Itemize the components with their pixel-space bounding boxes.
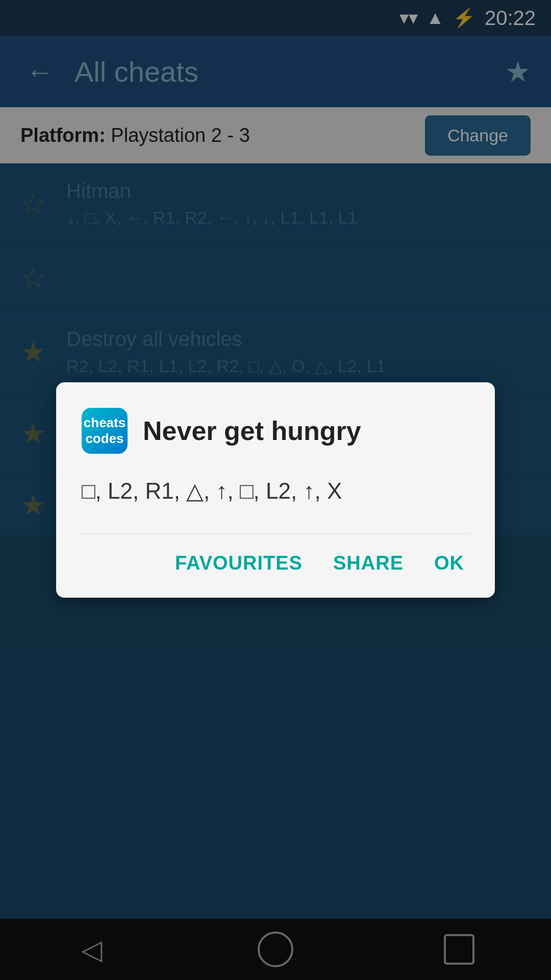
- app-icon-label: cheatscodes: [84, 415, 126, 447]
- app-icon: cheatscodes: [82, 408, 128, 454]
- dialog-title: Never get hungry: [143, 415, 361, 446]
- dialog-cheat-code: □, L2, R1, △, ↑, □, L2, ↑, X: [82, 474, 469, 508]
- dialog-actions: FAVOURITES SHARE OK: [82, 533, 469, 582]
- favourites-button[interactable]: FAVOURITES: [170, 544, 308, 582]
- dialog-overlay[interactable]: cheatscodes Never get hungry □, L2, R1, …: [0, 0, 551, 980]
- ok-button[interactable]: OK: [429, 544, 469, 582]
- dialog: cheatscodes Never get hungry □, L2, R1, …: [56, 382, 495, 598]
- dialog-header: cheatscodes Never get hungry: [82, 408, 469, 454]
- share-button[interactable]: SHARE: [328, 544, 409, 582]
